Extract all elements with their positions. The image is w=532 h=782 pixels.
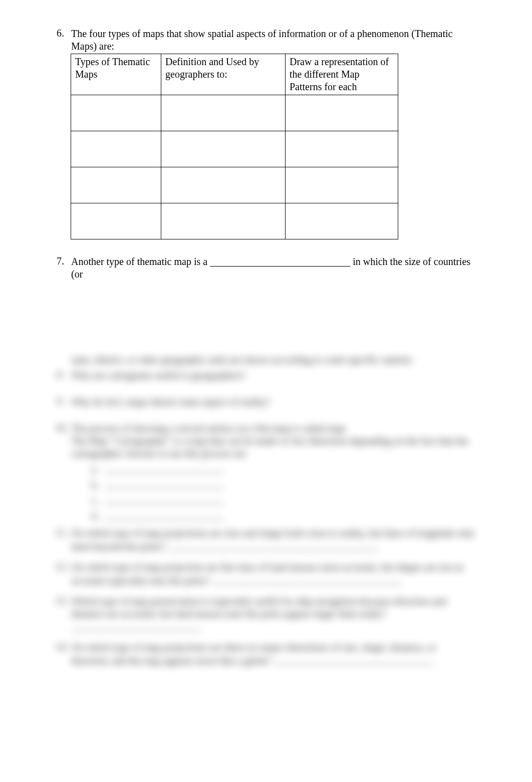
table-header-draw: Draw a representation of the different M…	[286, 54, 398, 95]
question-number: 11.	[55, 527, 71, 539]
sub-item-c: c.	[91, 493, 477, 506]
sub-item-d: d.	[91, 508, 477, 522]
question-12: 12. On which type of map projection are …	[55, 561, 477, 587]
question-text: The four types of maps that show spatial…	[71, 28, 477, 53]
cell-draw-3[interactable]	[286, 167, 398, 203]
question-text: On which type of map projection are flat…	[71, 561, 477, 587]
blank-line[interactable]	[104, 477, 224, 488]
question-number: 6.	[55, 28, 71, 39]
question-13: 13. Which type of map preservation is es…	[55, 595, 477, 633]
cell-type-4[interactable]	[71, 203, 161, 239]
question-number: 8.	[55, 369, 71, 381]
question-number: 10.	[55, 422, 71, 434]
question-text: Why do ALL maps distort some aspect of r…	[71, 396, 477, 408]
blank-line[interactable]	[212, 574, 403, 584]
cell-def-2[interactable]	[161, 131, 286, 167]
table-row	[71, 167, 398, 203]
q10-line3: cartographer chooses to use this process…	[71, 447, 477, 460]
question-8: 8. Why are cartograms useful to geograph…	[55, 369, 477, 382]
cell-draw-4[interactable]	[286, 203, 398, 239]
cell-def-4[interactable]	[161, 203, 286, 239]
cell-type-1[interactable]	[71, 95, 161, 131]
question-number: 13.	[55, 595, 71, 607]
cell-def-3[interactable]	[161, 167, 286, 203]
blank-line[interactable]	[71, 620, 201, 631]
question-number: 7.	[55, 255, 71, 267]
question-number: 9.	[55, 396, 71, 407]
question-11: 11. On which type of map projections are…	[55, 527, 477, 553]
blurred-content: state, district, or other geographic uni…	[55, 354, 477, 667]
hidden-line-continuation: state, district, or other geographic uni…	[55, 354, 477, 366]
table-header-row: Types of Thematic Maps Definition and Us…	[71, 54, 398, 95]
blank-line[interactable]	[104, 462, 224, 473]
thematic-maps-table: Types of Thematic Maps Definition and Us…	[71, 54, 398, 239]
blank-line[interactable]	[104, 508, 224, 519]
question-text: Another type of thematic map is a ______…	[71, 255, 477, 281]
question-body: The four types of maps that show spatial…	[71, 28, 477, 239]
question-9: 9. Why do ALL maps distort some aspect o…	[55, 396, 477, 408]
table-header-types: Types of Thematic Maps	[71, 54, 161, 95]
blank-line[interactable]	[168, 540, 378, 550]
q7-text-a: Another type of thematic map is a	[71, 256, 210, 267]
question-10: 10. The process of showing a curved surf…	[55, 422, 477, 524]
q10-line2: The Map "Cartographer" is a map that can…	[71, 435, 477, 447]
sub-item-a: a.	[91, 462, 477, 475]
cell-def-1[interactable]	[161, 95, 286, 131]
question-6: 6. The four types of maps that show spat…	[55, 28, 477, 239]
question-body: Another type of thematic map is a ______…	[71, 255, 477, 281]
question-text: On which type of map projections are the…	[71, 641, 477, 667]
question-text: Why are cartograms useful to geographers…	[71, 369, 477, 382]
question-text: On which type of map projections are siz…	[71, 527, 477, 553]
cell-type-3[interactable]	[71, 167, 161, 203]
blank-line[interactable]	[104, 493, 224, 504]
cell-type-2[interactable]	[71, 131, 161, 167]
hidden-text: state, district, or other geographic uni…	[71, 354, 477, 366]
table-row	[71, 203, 398, 239]
question-7: 7. Another type of thematic map is a ___…	[55, 255, 477, 281]
question-text: Which type of map preservation is especi…	[71, 595, 477, 620]
table-row	[71, 131, 398, 167]
sub-item-b: b.	[91, 477, 477, 491]
cell-draw-1[interactable]	[286, 95, 398, 131]
question-14: 14. On which type of map projections are…	[55, 641, 477, 667]
question-number: 12.	[55, 561, 71, 573]
blank-line[interactable]	[274, 654, 434, 664]
table-row	[71, 95, 398, 131]
q10-line1: The process of showing a curved surface …	[71, 422, 477, 435]
q7-blank[interactable]: ____________________________	[210, 256, 350, 267]
question-number: 14.	[55, 641, 71, 653]
q10-sublist: a. b. c. d.	[91, 462, 477, 522]
cell-draw-2[interactable]	[286, 131, 398, 167]
table-header-definition: Definition and Used by geographers to:	[161, 54, 286, 95]
